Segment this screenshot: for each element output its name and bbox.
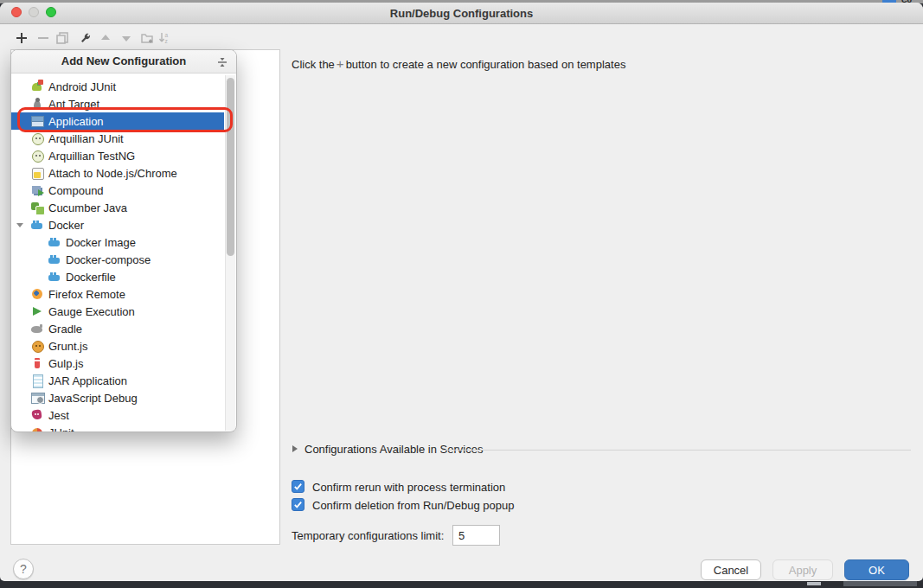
copy-configuration-button[interactable] xyxy=(53,29,72,48)
gauge-play-icon xyxy=(30,304,44,318)
list-item-label: Compound xyxy=(48,184,104,197)
list-item-gauge-execution[interactable]: Gauge Execution xyxy=(11,303,236,320)
docker-icon xyxy=(48,235,61,249)
ok-button[interactable]: OK xyxy=(844,559,909,580)
list-item-firefox-remote[interactable]: Firefox Remote xyxy=(11,285,236,303)
list-item-label: Docker-compose xyxy=(66,253,151,266)
javascript-debug-icon xyxy=(30,391,44,405)
list-item-gradle[interactable]: Gradle xyxy=(11,320,236,337)
folder-plus-icon xyxy=(140,31,154,45)
move-down-button[interactable] xyxy=(117,29,136,48)
list-item-jest[interactable]: Jest xyxy=(11,406,236,424)
window-title: Run/Debug Configurations xyxy=(0,3,923,24)
temporary-limit-label: Temporary configurations limit: xyxy=(292,529,444,542)
background-window-fragment xyxy=(843,581,917,586)
svg-text:a: a xyxy=(165,32,169,38)
add-button[interactable] xyxy=(12,29,31,48)
list-item-android-junit[interactable]: Android JUnit xyxy=(11,78,236,95)
list-item-arquillian-testng[interactable]: Arquillian TestNG xyxy=(11,147,236,164)
wrench-icon xyxy=(79,31,93,45)
minus-icon xyxy=(36,31,50,45)
popup-scrollbar-thumb[interactable] xyxy=(227,78,234,256)
list-item-grunt-js[interactable]: Grunt.js xyxy=(11,337,236,355)
popup-header: Add New Configuration xyxy=(11,50,236,74)
list-item-label: Gulp.js xyxy=(48,357,83,370)
list-item-javascript-debug[interactable]: JavaScript Debug xyxy=(11,389,236,406)
list-item-application[interactable]: Application xyxy=(11,112,224,130)
hint-text-after: button to create a new configuration bas… xyxy=(346,58,626,71)
jest-icon xyxy=(30,408,44,422)
apply-button[interactable]: Apply xyxy=(772,559,833,580)
run-debug-configurations-dialog: Run/Debug Configurations az Click the+bu xyxy=(0,3,923,581)
add-new-configuration-popup: Add New Configuration Android JUnit Ant … xyxy=(10,49,237,432)
edit-templates-button[interactable] xyxy=(76,29,95,48)
hint-text-before: Click the xyxy=(292,58,335,71)
docker-icon xyxy=(48,270,61,284)
list-item-label: JAR Application xyxy=(48,374,127,387)
list-item-docker-image[interactable]: Docker Image xyxy=(11,233,236,251)
sort-alphabetically-button[interactable]: az xyxy=(155,29,174,48)
attach-nodejs-icon xyxy=(30,166,44,180)
list-item-label: Attach to Node.js/Chrome xyxy=(48,167,177,180)
list-item-attach-nodejs-chrome[interactable]: Attach to Node.js/Chrome xyxy=(11,164,236,182)
gradle-elephant-icon xyxy=(30,322,44,336)
collapsed-chevron-icon[interactable] xyxy=(292,445,298,452)
android-junit-icon xyxy=(30,80,44,93)
list-item-arquillian-junit[interactable]: Arquillian JUnit xyxy=(11,130,236,147)
application-icon xyxy=(30,114,44,128)
list-item-label: Android JUnit xyxy=(48,80,116,93)
list-item-docker[interactable]: Docker xyxy=(11,216,236,233)
list-item-label: Arquillian JUnit xyxy=(48,132,124,145)
expanded-chevron-icon[interactable] xyxy=(16,223,23,227)
list-item-label: JUnit xyxy=(48,426,74,432)
checkmark-icon xyxy=(292,499,304,510)
move-up-button[interactable] xyxy=(96,29,115,48)
filter-templates-icon[interactable] xyxy=(215,55,229,69)
list-item-label: Arquillian TestNG xyxy=(48,150,135,163)
configurations-toolbar: az xyxy=(0,25,923,51)
popup-title: Add New Configuration xyxy=(11,50,236,73)
list-item-docker-compose[interactable]: Docker-compose xyxy=(11,251,236,268)
section-separator xyxy=(442,450,911,451)
list-item-label: Jest xyxy=(48,409,69,422)
list-item-cucumber-java[interactable]: Cucumber Java xyxy=(11,199,236,216)
compound-icon xyxy=(30,183,44,197)
list-item-label: Application xyxy=(48,115,104,128)
list-item-label: Docker xyxy=(48,219,84,232)
list-item-junit[interactable]: JUnit xyxy=(11,424,236,431)
copy-icon xyxy=(55,31,69,45)
list-item-jar-application[interactable]: JAR Application xyxy=(11,372,236,389)
remove-button[interactable] xyxy=(34,29,53,48)
list-item-compound[interactable]: Compound xyxy=(11,182,236,199)
docker-icon xyxy=(48,252,61,266)
list-item-label: Dockerfile xyxy=(66,271,116,284)
grunt-icon xyxy=(30,339,44,353)
list-item-ant-target[interactable]: Ant Target xyxy=(11,95,236,112)
temporary-limit-input[interactable] xyxy=(452,525,500,546)
help-button[interactable]: ? xyxy=(13,559,34,579)
list-item-label: Gauge Execution xyxy=(48,305,135,318)
docker-icon xyxy=(30,218,44,232)
cucumber-icon xyxy=(30,201,44,214)
gulp-icon xyxy=(30,356,44,370)
list-item-gulp-js[interactable]: Gulp.js xyxy=(11,355,236,372)
confirm-deletion-checkbox[interactable] xyxy=(292,498,304,511)
list-item-label: Cucumber Java xyxy=(48,201,127,214)
plus-glyph-icon: + xyxy=(335,56,346,71)
popup-scrollbar-track[interactable] xyxy=(225,75,235,431)
plus-icon xyxy=(15,31,29,45)
list-item-label: JavaScript Debug xyxy=(48,392,138,405)
list-item-label: Docker Image xyxy=(66,236,136,249)
empty-state-hint: Click the+button to create a new configu… xyxy=(292,56,625,71)
list-item-dockerfile[interactable]: Dockerfile xyxy=(11,268,236,285)
list-item-label: Gradle xyxy=(48,323,82,336)
arrow-up-icon xyxy=(99,31,112,45)
cancel-button[interactable]: Cancel xyxy=(701,559,761,580)
confirm-rerun-checkbox[interactable] xyxy=(292,480,304,493)
title-bar[interactable]: Run/Debug Configurations xyxy=(0,3,923,24)
checkmark-icon xyxy=(292,481,304,492)
junit-icon xyxy=(30,425,44,431)
firefox-icon xyxy=(30,287,44,301)
new-folder-button[interactable] xyxy=(138,29,157,48)
background-window-fragment xyxy=(807,582,821,585)
